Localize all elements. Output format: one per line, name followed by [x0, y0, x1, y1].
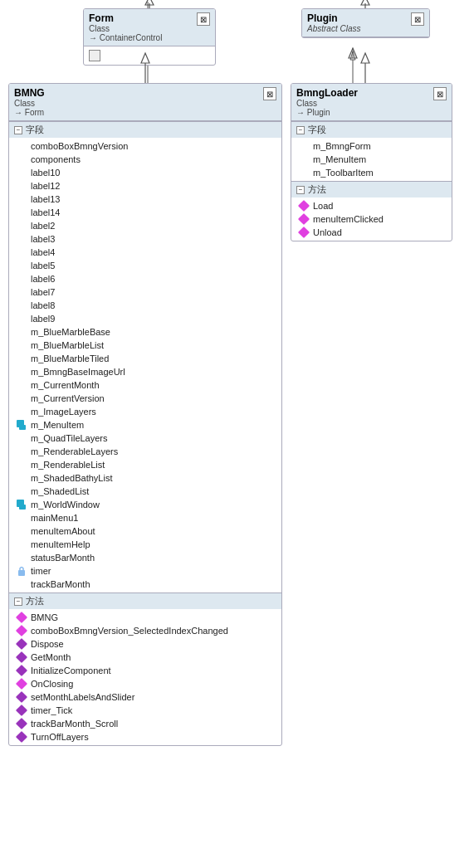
- list-item: m_CurrentVersion: [9, 392, 281, 405]
- list-item: m_MenuItem: [291, 153, 452, 166]
- plugin-collapse-button[interactable]: ⊠: [411, 12, 424, 26]
- form-class-type: Class: [89, 24, 162, 33]
- field-label: m_BmngForm: [313, 141, 371, 151]
- field-label: label10: [31, 168, 60, 178]
- bmng-fields-section-header: − 字段: [9, 121, 281, 138]
- svg-marker-22: [361, 0, 369, 5]
- bmng-class-parent: → Form: [14, 108, 45, 117]
- list-item: InitializeComponent: [9, 664, 281, 677]
- list-item: label9: [9, 312, 281, 325]
- field-icon-cyan: [16, 499, 27, 510]
- svg-marker-18: [145, 0, 154, 5]
- list-item: m_CurrentMonth: [9, 378, 281, 392]
- bmng-loader-class-type: Class: [296, 99, 358, 108]
- list-item: m_RenderableList: [9, 458, 281, 471]
- plugin-header-info: Plugin Abstract Class: [307, 12, 360, 33]
- list-item: menuItemHelp: [9, 538, 281, 551]
- form-collapse-button[interactable]: ⊠: [197, 12, 210, 26]
- list-item: TurnOffLayers: [9, 730, 281, 744]
- list-item: m_BlueMarbleTiled: [9, 352, 281, 365]
- field-label: trackBarMonth: [31, 579, 90, 589]
- bmng-loader-class-box: BmngLoader Class → Plugin ⊠ − 字段 m_BmngF…: [291, 83, 452, 241]
- method-label: InitializeComponent: [31, 666, 111, 675]
- field-label: label7: [31, 287, 55, 297]
- bmng-class-type: Class: [14, 99, 45, 108]
- bmng-header: BMNG Class → Form ⊠: [9, 84, 281, 121]
- method-icon: [16, 731, 27, 743]
- method-label: setMonthLabelsAndSlider: [31, 692, 134, 702]
- field-icon: [16, 260, 27, 271]
- list-item: timer_Tick: [9, 704, 281, 717]
- list-item: m_BlueMarbleList: [9, 339, 281, 352]
- field-label: mainMenu1: [31, 513, 78, 523]
- field-label: label14: [31, 207, 60, 217]
- svg-rect-10: [19, 425, 26, 430]
- field-label: components: [31, 154, 81, 164]
- plugin-class-box: Plugin Abstract Class ⊠: [301, 8, 430, 38]
- plugin-class-type: Abstract Class: [307, 24, 360, 33]
- bmng-loader-header-info: BmngLoader Class → Plugin: [296, 87, 358, 117]
- svg-marker-8: [349, 48, 357, 58]
- method-icon: [16, 718, 27, 729]
- list-item: m_BmngForm: [291, 139, 452, 153]
- field-label: m_BmngBaseImageUrl: [31, 367, 125, 377]
- field-label: m_ShadedBathyList: [31, 473, 112, 483]
- svg-rect-13: [18, 570, 25, 576]
- field-label: m_ImageLayers: [31, 407, 96, 417]
- method-icon: [298, 227, 310, 238]
- method-label: trackBarMonth_Scroll: [31, 719, 118, 729]
- field-icon: [16, 353, 27, 364]
- bmng-loader-fields-toggle[interactable]: −: [296, 126, 305, 134]
- list-item: m_RenderableLayers: [9, 445, 281, 458]
- bmng-loader-methods-toggle[interactable]: −: [296, 186, 305, 194]
- field-label: m_QuadTileLayers: [31, 433, 108, 443]
- field-icon: [16, 167, 27, 178]
- field-label: m_RenderableList: [31, 460, 105, 470]
- list-item: label7: [9, 285, 281, 299]
- field-label: comboBoxBmngVersion: [31, 141, 128, 151]
- list-item: timer: [9, 564, 281, 578]
- list-item: comboBoxBmngVersion: [9, 139, 281, 153]
- list-item: label5: [9, 259, 281, 272]
- field-label: label6: [31, 274, 55, 284]
- list-item: trackBarMonth_Scroll: [9, 717, 281, 730]
- field-icon: [16, 313, 27, 324]
- bmng-methods-list: BMNG comboBoxBmngVersion_SelectedIndexCh…: [9, 609, 281, 745]
- list-item: m_ImageLayers: [9, 405, 281, 418]
- method-icon: [298, 213, 310, 225]
- list-item: statusBarMonth: [9, 551, 281, 564]
- list-item: label6: [9, 272, 281, 285]
- field-icon: [16, 406, 27, 417]
- list-item: mainMenu1: [9, 511, 281, 524]
- form-header: Form Class → ContainerControl ⊠: [84, 9, 215, 46]
- field-label: statusBarMonth: [31, 553, 95, 563]
- list-item: m_WorldWindow: [9, 498, 281, 511]
- field-icon: [16, 207, 27, 218]
- field-label: m_ShadedList: [31, 486, 89, 496]
- list-item: label13: [9, 193, 281, 206]
- list-item: label12: [9, 179, 281, 193]
- bmng-methods-toggle[interactable]: −: [14, 597, 22, 606]
- list-item: m_BmngBaseImageUrl: [9, 365, 281, 378]
- list-item: components: [9, 153, 281, 166]
- field-icon: [16, 326, 27, 338]
- field-icon: [16, 472, 27, 484]
- method-icon: [16, 665, 27, 676]
- bmng-collapse-button[interactable]: ⊠: [263, 87, 276, 100]
- list-item: Load: [291, 199, 452, 212]
- field-label: m_CurrentVersion: [31, 393, 105, 403]
- field-icon: [16, 180, 27, 192]
- bmng-loader-fields-label: 字段: [308, 124, 326, 136]
- field-label: m_BlueMarbleList: [31, 340, 104, 350]
- bmng-loader-collapse-button[interactable]: ⊠: [433, 87, 447, 100]
- bmng-fields-toggle[interactable]: −: [14, 126, 22, 134]
- list-item: Dispose: [9, 637, 281, 651]
- field-label: m_CurrentMonth: [31, 380, 100, 390]
- form-content: [84, 46, 215, 65]
- field-icon: [16, 512, 27, 524]
- field-label: label9: [31, 314, 55, 324]
- field-icon: [16, 578, 27, 590]
- bmng-methods-label: 方法: [26, 595, 44, 607]
- list-item: label14: [9, 206, 281, 219]
- list-item: m_ShadedBathyList: [9, 471, 281, 485]
